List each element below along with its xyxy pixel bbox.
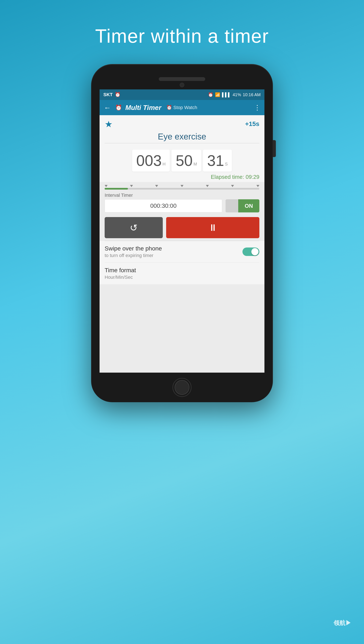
carrier-icon: ⏰ — [115, 92, 120, 98]
format-subtitle: Hour/Min/Sec — [105, 274, 259, 280]
time-text: 10:16 AM — [243, 92, 261, 97]
reset-icon: ↺ — [130, 222, 138, 233]
back-button[interactable]: ← — [104, 104, 111, 112]
stopwatch-label: Stop Watch — [173, 105, 197, 110]
status-left: SKT ⏰ — [103, 92, 120, 98]
top-bezel — [91, 64, 273, 90]
app-toolbar: ← ⏰ Multi Timer ⏰ Stop Watch ⋮ — [100, 100, 264, 115]
wifi-icon: 📶 — [215, 92, 220, 97]
front-camera — [180, 83, 184, 87]
tick-1 — [105, 185, 108, 187]
format-title: Time format — [105, 267, 259, 274]
settings-section: Swipe over the phone to turn off expirin… — [100, 241, 264, 284]
tick-5 — [206, 185, 209, 187]
hours-label: H — [162, 162, 166, 166]
app-name: Multi Timer — [125, 104, 161, 112]
home-button-inner — [174, 380, 190, 395]
timer-name-underline — [105, 143, 259, 143]
pause-icon: ⏸ — [208, 222, 218, 233]
pause-button[interactable]: ⏸ — [166, 217, 259, 238]
format-setting-row: Time format Hour/Min/Sec — [105, 263, 259, 284]
battery-text: 41% — [232, 92, 241, 97]
tick-4 — [180, 185, 184, 187]
slider-ticks — [105, 185, 259, 187]
slider-area[interactable] — [100, 182, 264, 191]
hours-value: 003 — [136, 153, 162, 168]
phone-shell: SKT ⏰ ⏰ 📶 ▌▌▌ 41% 10:16 AM ← ⏰ Multi Tim… — [91, 64, 273, 402]
toggle-off-area — [226, 199, 238, 212]
tick-7 — [256, 185, 259, 187]
watermark: 领航▶ — [334, 619, 351, 627]
interval-label: Interval Timer — [105, 192, 259, 198]
timer-name[interactable]: Eye exercise — [100, 132, 264, 142]
timer-header: ★ +15s — [100, 115, 264, 132]
time-display: 003 H 50 M 31 S — [100, 146, 264, 173]
screen-content: ★ +15s Eye exercise 003 H 50 M 31 — [100, 115, 264, 372]
toggle-on-button[interactable]: ON — [238, 199, 259, 212]
timer-icon: ⏰ — [115, 104, 122, 111]
stopwatch-icon: ⏰ — [166, 105, 172, 110]
minutes-value: 50 — [176, 153, 192, 168]
swipe-title: Swipe over the phone — [105, 245, 242, 252]
speaker — [159, 77, 205, 81]
format-setting-text: Time format Hour/Min/Sec — [105, 267, 259, 280]
minutes-unit[interactable]: 50 M — [172, 150, 201, 172]
slider-fill — [105, 188, 128, 190]
page-title: Timer within a timer — [95, 25, 269, 47]
carrier-text: SKT — [103, 92, 113, 98]
phone-screen: SKT ⏰ ⏰ 📶 ▌▌▌ 41% 10:16 AM ← ⏰ Multi Tim… — [100, 90, 264, 372]
side-button[interactable] — [273, 140, 276, 157]
alarm-icon: ⏰ — [208, 92, 213, 97]
swipe-setting-text: Swipe over the phone to turn off expirin… — [105, 245, 242, 258]
seconds-value: 31 — [207, 153, 224, 168]
stopwatch-tab[interactable]: ⏰ Stop Watch — [166, 105, 197, 110]
swipe-setting-row: Swipe over the phone to turn off expirin… — [105, 241, 259, 263]
plus15-button[interactable]: +15s — [245, 120, 259, 128]
interval-input[interactable]: 000:30:00 — [105, 199, 222, 212]
swipe-subtitle: to turn off expiring timer — [105, 253, 242, 258]
seconds-unit[interactable]: 31 S — [203, 150, 232, 172]
tick-2 — [130, 185, 133, 187]
timer-name-container: Eye exercise — [100, 132, 264, 146]
more-button[interactable]: ⋮ — [254, 104, 260, 112]
interval-row: 000:30:00 ON — [105, 199, 259, 212]
tick-6 — [231, 185, 234, 187]
hours-unit[interactable]: 003 H — [132, 150, 170, 172]
swipe-toggle-knob — [251, 248, 258, 255]
interval-section: Interval Timer 000:30:00 ON — [100, 191, 264, 215]
favorite-star-icon[interactable]: ★ — [105, 119, 113, 129]
signal-icon: ▌▌▌ — [222, 92, 231, 97]
interval-toggle[interactable]: ON — [226, 199, 259, 212]
bottom-bezel — [91, 372, 273, 402]
tick-3 — [155, 185, 158, 187]
status-right: ⏰ 📶 ▌▌▌ 41% 10:16 AM — [208, 92, 261, 97]
minutes-label: M — [194, 162, 197, 166]
controls-section: ↺ ⏸ — [100, 215, 264, 241]
status-bar: SKT ⏰ ⏰ 📶 ▌▌▌ 41% 10:16 AM — [100, 90, 264, 100]
home-button[interactable] — [172, 378, 192, 397]
seconds-label: S — [225, 162, 228, 166]
slider-track[interactable] — [105, 188, 259, 190]
reset-button[interactable]: ↺ — [105, 217, 163, 238]
elapsed-time-row: Elapsed time: 09:29 — [100, 173, 264, 182]
elapsed-text: Elapsed time: 09:29 — [211, 174, 259, 180]
swipe-toggle-switch[interactable] — [242, 248, 259, 256]
